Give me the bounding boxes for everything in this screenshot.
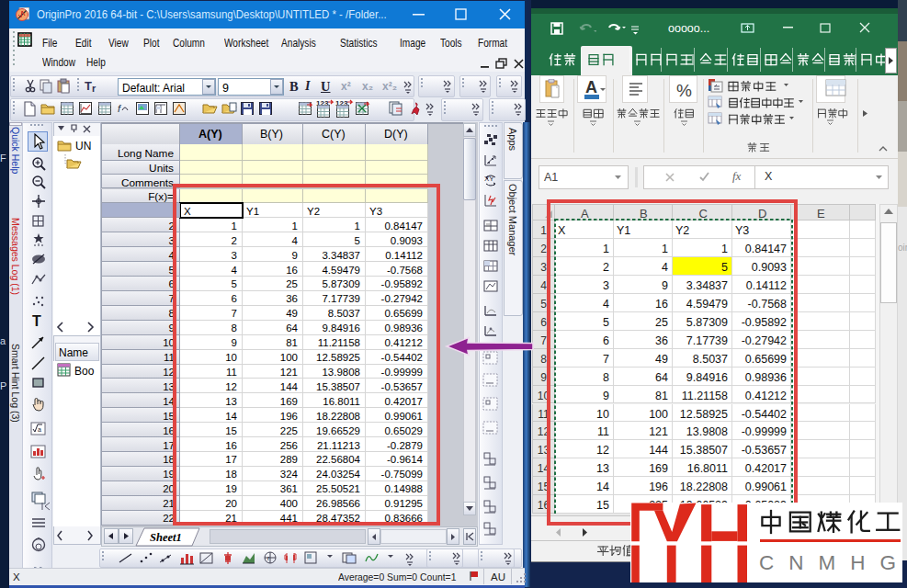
svg-text:f: f bbox=[118, 103, 121, 114]
svg-text:%: % bbox=[676, 81, 692, 100]
svg-text:a: a bbox=[38, 426, 41, 433]
